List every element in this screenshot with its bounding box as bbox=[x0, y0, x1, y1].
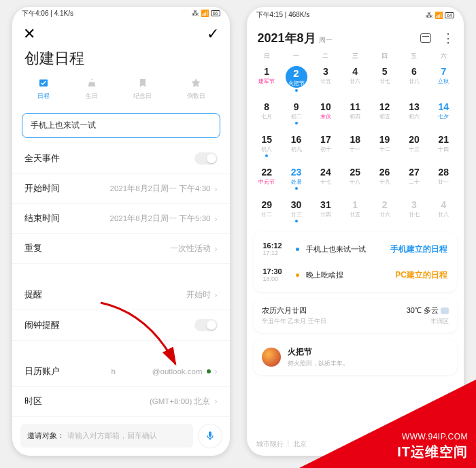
festival-card[interactable]: 火把节 持火照田，以祈丰年。 bbox=[254, 339, 458, 375]
confirm-button[interactable]: ✓ bbox=[207, 25, 219, 43]
calendar-day[interactable]: 7立秋 bbox=[429, 63, 458, 95]
invite-input[interactable]: 邀请对象： 请输入对方邮箱，回车确认 bbox=[20, 424, 193, 448]
tab-anniversary[interactable]: 纪念日 bbox=[133, 77, 152, 101]
timezone-row[interactable]: 时区 (GMT+8:00) 北京› bbox=[12, 387, 230, 417]
tab-birthday[interactable]: 生日 bbox=[85, 77, 99, 101]
calendar-day[interactable]: 30廿三 bbox=[282, 197, 311, 225]
signal-icon: 📶 bbox=[435, 12, 442, 19]
start-time-label: 开始时间 bbox=[24, 183, 60, 195]
weekday-label: 二 bbox=[311, 52, 340, 61]
event-row[interactable]: 17:3018:00晚上吃啥捏PC建立的日程 bbox=[262, 262, 449, 288]
month-title[interactable]: 2021年8月 周一 bbox=[258, 30, 333, 46]
tab-label: 纪念日 bbox=[133, 92, 152, 101]
start-time-row[interactable]: 开始时间 2021年8月2日周一 下午4:30› bbox=[12, 174, 230, 204]
calendar-day[interactable]: 1建军节 bbox=[252, 63, 282, 95]
calendar-account-row[interactable]: 日历账户 h@outlook.com › bbox=[12, 357, 230, 387]
weekday-label: 四 bbox=[370, 52, 399, 61]
calendar-day[interactable]: 5廿七 bbox=[370, 63, 399, 95]
tab-label: 倒数日 bbox=[187, 92, 205, 101]
calendar-day[interactable]: 2火把节 bbox=[282, 63, 311, 95]
create-event-screen: 下午4:06 | 4.1K/s ⁂ 📶 66 ✕ ✓ 创建日程 日程生日纪念日倒… bbox=[12, 7, 230, 456]
end-time-row[interactable]: 结束时间 2021年8月2日周一 下午5:30› bbox=[12, 204, 230, 234]
calendar-account-label: 日历账户 bbox=[24, 366, 60, 378]
calendar-day[interactable]: 4廿八 bbox=[429, 197, 458, 225]
tab-icon bbox=[37, 77, 50, 89]
calendar-day[interactable]: 3廿五 bbox=[311, 63, 340, 95]
weather-card[interactable]: 农历六月廿四 辛丑牛年 乙未月 壬午日 30℃ 多云 丰润区 bbox=[254, 299, 458, 333]
calendar-day[interactable]: 13初六 bbox=[399, 99, 428, 127]
calendar-day[interactable]: 10末伏 bbox=[311, 99, 340, 127]
calendar-day[interactable]: 4廿六 bbox=[341, 63, 370, 95]
today-button[interactable] bbox=[420, 33, 431, 43]
close-button[interactable]: ✕ bbox=[23, 25, 35, 43]
weekday-label: 三 bbox=[341, 52, 370, 61]
reminder-row[interactable]: 提醒 开始时› bbox=[12, 280, 230, 310]
calendar-day[interactable]: 21十四 bbox=[429, 131, 458, 160]
weekday-label: 日 bbox=[252, 52, 282, 61]
bluetooth-icon: ⁂ bbox=[192, 10, 198, 17]
event-end-time: 17:12 bbox=[263, 250, 279, 256]
tab-countdown[interactable]: 倒数日 bbox=[187, 77, 205, 101]
chevron-right-icon: › bbox=[215, 244, 218, 254]
calendar-day[interactable]: 16初九 bbox=[282, 131, 311, 160]
alarm-reminder-row[interactable]: 闹钟提醒 bbox=[12, 310, 230, 341]
festival-image bbox=[262, 348, 281, 367]
calendar-day[interactable]: 29廿二 bbox=[252, 197, 282, 225]
calendar-day[interactable]: 27二十 bbox=[399, 164, 428, 193]
chevron-right-icon: › bbox=[215, 397, 218, 406]
all-day-label: 全天事件 bbox=[24, 153, 60, 165]
calendar-day[interactable]: 2廿六 bbox=[370, 197, 399, 225]
chevron-right-icon: › bbox=[215, 290, 218, 300]
status-time: 下午4:06 bbox=[22, 10, 48, 17]
calendar-day[interactable]: 19十二 bbox=[370, 131, 399, 160]
calendar-day[interactable]: 20十三 bbox=[399, 131, 428, 160]
repeat-label: 重复 bbox=[24, 243, 42, 254]
calendar-day[interactable]: 22中元节 bbox=[252, 164, 282, 193]
start-time-value: 2021年8月2日周一 下午4:30 bbox=[110, 184, 211, 194]
repeat-row[interactable]: 重复 一次性活动› bbox=[12, 234, 230, 264]
subject-input[interactable]: 手机上也来试一试 bbox=[22, 113, 220, 138]
event-dot-icon bbox=[296, 273, 299, 277]
battery-icon: 66 bbox=[211, 10, 220, 16]
all-day-toggle[interactable] bbox=[194, 152, 218, 165]
all-day-row[interactable]: 全天事件 bbox=[12, 144, 230, 174]
calendar-day[interactable]: 18十一 bbox=[341, 131, 370, 160]
calendar-day[interactable]: 15初八 bbox=[252, 131, 282, 160]
calendar-day[interactable]: 12初五 bbox=[370, 99, 399, 127]
tab-icon bbox=[136, 77, 150, 89]
status-net: 4.1K/s bbox=[54, 10, 73, 17]
weekday-label: 五 bbox=[399, 52, 428, 61]
event-title: 晚上吃啥捏 bbox=[306, 270, 389, 280]
calendar-day[interactable]: 11初四 bbox=[341, 99, 370, 127]
calendar-day[interactable]: 1廿五 bbox=[341, 197, 370, 225]
end-time-value: 2021年8月2日周一 下午5:30 bbox=[110, 214, 211, 224]
calendar-day[interactable]: 3廿七 bbox=[399, 197, 428, 225]
end-time-label: 结束时间 bbox=[24, 213, 60, 224]
calendar-day[interactable]: 14七夕 bbox=[429, 99, 458, 127]
account-value: h@outlook.com bbox=[111, 367, 202, 375]
calendar-day[interactable]: 9初二 bbox=[282, 99, 311, 127]
calendar-day[interactable]: 6廿八 bbox=[399, 63, 428, 95]
microphone-icon bbox=[205, 431, 216, 441]
calendar-day[interactable]: 31廿四 bbox=[311, 197, 340, 225]
alarm-reminder-toggle[interactable] bbox=[194, 319, 218, 331]
calendar-day[interactable]: 8七月 bbox=[252, 99, 282, 127]
calendar-day[interactable]: 17初十 bbox=[311, 131, 340, 160]
event-row[interactable]: 16:1217:12手机上也来试一试手机建立的日程 bbox=[262, 236, 449, 262]
weather-icon bbox=[441, 307, 449, 314]
repeat-value: 一次性活动 bbox=[170, 244, 211, 254]
tab-icon bbox=[189, 77, 203, 89]
more-button[interactable]: ⋮ bbox=[442, 32, 453, 44]
calendar-day[interactable]: 25十八 bbox=[341, 164, 370, 193]
tab-schedule[interactable]: 日程 bbox=[37, 77, 50, 101]
event-dot-icon bbox=[296, 248, 299, 251]
voice-input-button[interactable] bbox=[199, 424, 222, 448]
calendar-grid[interactable]: 1建军节2火把节3廿五4廿六5廿七6廿八7立秋8七月9初二10末伏11初四12初… bbox=[247, 63, 464, 225]
calendar-day[interactable]: 28廿一 bbox=[429, 164, 458, 193]
event-start-time: 16:12 bbox=[263, 241, 282, 250]
tab-icon bbox=[85, 77, 99, 89]
calendar-day[interactable]: 26十九 bbox=[370, 164, 399, 193]
calendar-day[interactable]: 23处暑 bbox=[282, 164, 311, 193]
footer-link-traffic[interactable]: 城市限行 bbox=[256, 439, 284, 449]
calendar-day[interactable]: 24十七 bbox=[311, 164, 340, 193]
